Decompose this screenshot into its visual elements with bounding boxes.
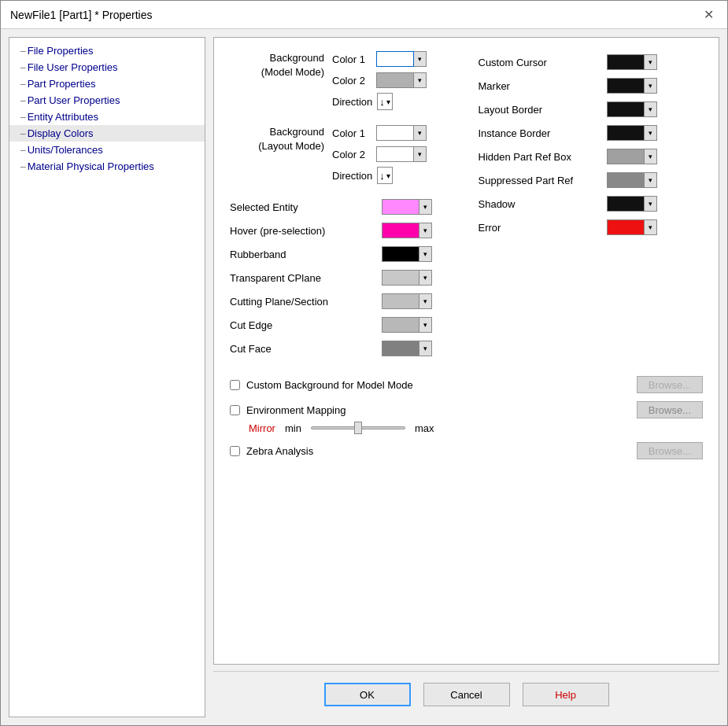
transparent-cplane-label: Transparent CPlane — [230, 272, 375, 284]
sidebar-item-file-user-properties[interactable]: File User Properties — [9, 59, 205, 76]
sidebar-item-entity-attributes[interactable]: Entity Attributes — [9, 109, 205, 125]
browse-button-3[interactable]: Browse... — [637, 442, 703, 459]
bottom-section: Custom Background for Model Mode Browse.… — [230, 376, 703, 459]
custom-cursor-picker[interactable]: ▾ — [607, 53, 657, 71]
error-picker[interactable]: ▾ — [607, 219, 657, 236]
selected-entity-picker[interactable]: ▾ — [382, 198, 432, 216]
bg-model-color2-label: Color 2 — [332, 75, 371, 87]
hover-picker[interactable]: ▾ — [382, 222, 432, 239]
sidebar-item-file-properties[interactable]: File Properties — [9, 42, 205, 59]
bg-layout-color2-picker[interactable]: ▾ — [376, 146, 427, 163]
shadow-label: Shadow — [479, 198, 601, 210]
instance-border-label: Instance Border — [479, 127, 601, 139]
shadow-picker[interactable]: ▾ — [607, 195, 657, 212]
bg-layout-direction-label: Direction — [332, 170, 372, 182]
mirror-label: Mirror — [249, 422, 275, 434]
custom-bg-checkbox[interactable] — [230, 380, 240, 390]
bg-model-direction-select[interactable]: ↓ ▾ — [377, 93, 393, 110]
min-label: min — [285, 422, 301, 434]
transparent-cplane-picker[interactable]: ▾ — [382, 269, 432, 286]
close-button[interactable]: ✕ — [699, 6, 718, 24]
layout-border-label: Layout Border — [479, 104, 601, 116]
layout-border-dropdown[interactable]: ▾ — [645, 101, 657, 117]
bg-layout-label: Background(Layout Mode) — [230, 124, 324, 153]
error-dropdown[interactable]: ▾ — [645, 219, 657, 235]
selected-entity-dropdown[interactable]: ▾ — [419, 199, 432, 215]
zebra-analysis-checkbox[interactable] — [230, 446, 240, 456]
custom-cursor-label: Custom Cursor — [479, 57, 601, 68]
environment-mapping-checkbox[interactable] — [230, 405, 240, 415]
bg-model-color1-dropdown[interactable]: ▾ — [414, 51, 427, 67]
instance-border-swatch — [607, 125, 645, 141]
selected-entity-swatch — [382, 199, 419, 215]
cut-face-label: Cut Face — [230, 343, 375, 355]
bg-model-color2-dropdown[interactable]: ▾ — [414, 72, 427, 88]
hidden-part-ref-picker[interactable]: ▾ — [607, 148, 657, 165]
bg-model-color2-picker[interactable]: ▾ — [376, 72, 427, 89]
rubberband-swatch — [382, 246, 419, 262]
marker-picker[interactable]: ▾ — [607, 77, 657, 94]
cut-face-dropdown[interactable]: ▾ — [419, 341, 432, 356]
title-bar: NewFile1 [Part1] * Properties ✕ — [1, 1, 727, 29]
bg-layout-color2-swatch — [376, 146, 414, 162]
selected-entity-label: Selected Entity — [230, 201, 375, 213]
suppressed-part-dropdown[interactable]: ▾ — [645, 172, 657, 188]
cutting-plane-picker[interactable]: ▾ — [382, 293, 432, 310]
cut-edge-swatch — [382, 317, 419, 333]
bg-layout-color1-picker[interactable]: ▾ — [376, 124, 427, 142]
rubberband-picker[interactable]: ▾ — [382, 245, 432, 263]
hover-dropdown[interactable]: ▾ — [419, 223, 432, 238]
cutting-plane-swatch — [382, 293, 419, 309]
sidebar: File Properties File User Properties Par… — [9, 37, 205, 717]
shadow-dropdown[interactable]: ▾ — [645, 196, 657, 212]
rubberband-dropdown[interactable]: ▾ — [419, 246, 432, 262]
bg-layout-color2-label: Color 2 — [332, 149, 371, 160]
bg-layout-colors-block: Color 1 ▾ Color 2 — [332, 124, 427, 184]
cutting-plane-dropdown[interactable]: ▾ — [419, 293, 432, 309]
cut-face-picker[interactable]: ▾ — [382, 340, 432, 357]
bg-layout-color1-dropdown[interactable]: ▾ — [414, 125, 427, 141]
shadow-swatch — [607, 196, 645, 212]
cut-face-swatch — [382, 341, 419, 356]
instance-border-dropdown[interactable]: ▾ — [645, 125, 657, 141]
zebra-analysis-label: Zebra Analysis — [246, 445, 313, 457]
custom-cursor-swatch — [607, 54, 645, 70]
marker-dropdown[interactable]: ▾ — [645, 78, 657, 94]
custom-cursor-dropdown[interactable]: ▾ — [645, 54, 657, 70]
browse-button-1[interactable]: Browse... — [637, 376, 703, 393]
ok-button[interactable]: OK — [324, 683, 411, 706]
layout-border-picker[interactable]: ▾ — [607, 101, 657, 118]
sidebar-item-part-properties[interactable]: Part Properties — [9, 76, 205, 92]
bg-model-colors-block: Color 1 ▾ Color 2 — [332, 50, 427, 110]
window-title: NewFile1 [Part1] * Properties — [10, 9, 153, 21]
sidebar-item-display-colors[interactable]: Display Colors — [9, 125, 205, 142]
cut-edge-dropdown[interactable]: ▾ — [419, 317, 432, 333]
transparent-cplane-dropdown[interactable]: ▾ — [419, 270, 432, 286]
bg-layout-color1-label: Color 1 — [332, 127, 371, 139]
cancel-button[interactable]: Cancel — [423, 683, 510, 706]
sidebar-item-units-tolerances[interactable]: Units/Tolerances — [9, 142, 205, 158]
sidebar-item-material-physical-properties[interactable]: Material Physical Properties — [9, 158, 205, 175]
bg-layout-color2-dropdown[interactable]: ▾ — [414, 146, 427, 162]
bg-model-color1-picker[interactable]: ▾ — [376, 50, 427, 68]
hidden-part-ref-label: Hidden Part Ref Box — [479, 151, 601, 163]
bg-layout-direction-select[interactable]: ↓ ▾ — [377, 167, 393, 184]
environment-mapping-label: Environment Mapping — [246, 404, 346, 416]
bg-model-direction-label: Direction — [332, 96, 372, 108]
properties-dialog: NewFile1 [Part1] * Properties ✕ File Pro… — [0, 0, 728, 726]
hover-swatch — [382, 223, 419, 238]
help-button[interactable]: Help — [523, 683, 609, 706]
cut-edge-picker[interactable]: ▾ — [382, 316, 432, 334]
browse-button-2[interactable]: Browse... — [637, 401, 703, 418]
bg-model-label: Background(Model Mode) — [230, 50, 324, 79]
instance-border-picker[interactable]: ▾ — [607, 124, 657, 142]
main-content: Background(Model Mode) Color 1 ▾ — [213, 37, 719, 717]
transparent-cplane-swatch — [382, 270, 419, 286]
layout-border-swatch — [607, 101, 645, 117]
sidebar-item-part-user-properties[interactable]: Part User Properties — [9, 92, 205, 109]
right-column: Custom Cursor ▾ Marker ▾ — [479, 50, 704, 363]
hidden-part-ref-dropdown[interactable]: ▾ — [645, 149, 657, 164]
suppressed-part-picker[interactable]: ▾ — [607, 171, 657, 189]
slider-thumb[interactable] — [354, 422, 362, 434]
content-area: Background(Model Mode) Color 1 ▾ — [213, 37, 719, 665]
